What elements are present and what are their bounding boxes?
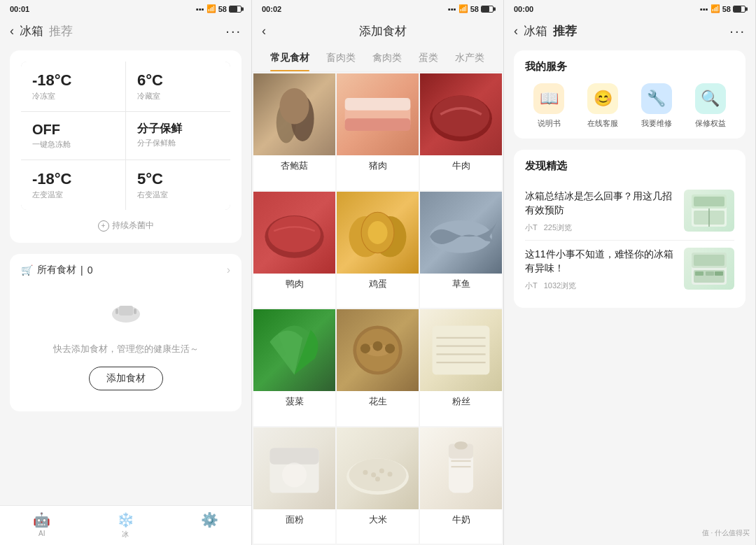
bottom-nav-ice[interactable]: ❄️ 冰 <box>117 511 134 539</box>
svg-point-25 <box>385 344 395 353</box>
food-item-duck[interactable]: 鸭肉 <box>253 192 335 309</box>
svg-point-13 <box>268 216 321 252</box>
food-name-mushroom: 杏鲍菇 <box>281 160 308 172</box>
more-button-3[interactable]: ··· <box>729 23 746 39</box>
article-1-title: 冰箱总结冰是怎么回事？用这几招有效预防 <box>525 190 677 217</box>
manual-icon: 📖 <box>533 83 564 114</box>
add-food-button[interactable]: 添加食材 <box>89 367 163 390</box>
food-item-beef[interactable]: 牛肉 <box>420 73 502 190</box>
ai-icon: 🤖 <box>33 511 50 528</box>
nav-subtitle-3[interactable]: 推荐 <box>553 23 577 39</box>
ai-label: AI <box>38 530 45 537</box>
svg-point-24 <box>372 341 382 351</box>
customer-label: 在线客服 <box>587 118 618 129</box>
article-2[interactable]: 这11件小事不知道，难怪你的冰箱有异味！ 小T 1032浏览 <box>525 241 734 298</box>
food-empty-state: 快去添加食材，管理您的健康生活～ 添加食材 <box>21 276 230 402</box>
back-button-1[interactable]: ‹ <box>10 24 14 38</box>
fridge-temp-off: OFF <box>32 122 60 138</box>
back-button-2[interactable]: ‹ <box>262 24 266 38</box>
nav-subtitle-1[interactable]: 推荐 <box>49 23 73 39</box>
fridge-cell-freeze[interactable]: -18°C 冷冻室 <box>21 62 125 111</box>
fridge-mol-label: 分子保鲜 <box>137 122 182 136</box>
bottom-nav-settings[interactable]: ⚙️ <box>201 511 218 539</box>
food-item-noodle[interactable]: 粉丝 <box>420 309 502 426</box>
food-img-mushroom <box>253 73 335 155</box>
food-arrow[interactable]: › <box>227 264 230 276</box>
fridge-cell-cold[interactable]: 6°C 冷藏室 <box>126 62 230 111</box>
food-item-rice[interactable]: 大米 <box>337 427 419 544</box>
wifi-icon-1: 📶 <box>206 4 216 13</box>
food-item-milk[interactable]: 牛奶 <box>420 427 502 544</box>
food-name-noodle: 粉丝 <box>452 395 470 408</box>
status-bar-2: 00:02 ▪▪▪ 📶 58 <box>252 0 503 17</box>
article-1[interactable]: 冰箱总结冰是怎么回事？用这几招有效预防 小T 225浏览 <box>525 183 734 241</box>
service-repair[interactable]: 🔧 我要维修 <box>633 83 681 129</box>
food-item-mushroom[interactable]: 杏鲍菇 <box>253 73 335 190</box>
tab-egg[interactable]: 蛋类 <box>410 45 447 71</box>
food-header: 🛒 所有食材 | 0 › <box>21 264 230 276</box>
food-item-pork[interactable]: 猪肉 <box>337 73 419 190</box>
food-separator: | <box>80 264 83 276</box>
warranty-icon: 🔍 <box>695 83 726 114</box>
svg-rect-44 <box>451 465 470 467</box>
fridge-cell-right[interactable]: 5°C 右变温室 <box>126 160 230 210</box>
svg-rect-3 <box>134 309 136 314</box>
food-name-beef: 牛肉 <box>452 160 470 172</box>
food-item-fish[interactable]: 草鱼 <box>420 192 502 309</box>
svg-rect-26 <box>433 325 490 374</box>
food-name-spinach: 菠菜 <box>286 395 304 408</box>
food-img-fish <box>420 192 502 274</box>
food-name-egg: 鸡蛋 <box>369 278 387 290</box>
food-grid: 杏鲍菇 猪肉 牛肉 <box>252 72 503 545</box>
nav-bar-3: ‹ 冰箱 推荐 ··· <box>504 17 755 45</box>
food-name-fish: 草鱼 <box>452 278 470 290</box>
svg-rect-8 <box>345 98 411 111</box>
fridge-cell-off[interactable]: OFF 一键急冻舱 <box>21 112 125 160</box>
repair-label: 我要维修 <box>641 118 672 129</box>
svg-point-40 <box>375 476 380 481</box>
food-item-egg[interactable]: 鸡蛋 <box>337 192 419 309</box>
food-item-spinach[interactable]: 菠菜 <box>253 309 335 426</box>
fridge-zone-freeze: 冷冻室 <box>32 91 55 101</box>
tab-poultry[interactable]: 禽肉类 <box>364 45 410 71</box>
back-button-3[interactable]: ‹ <box>514 24 518 38</box>
fridge-grid: -18°C 冷冻室 6°C 冷藏室 OFF 一键急冻舱 分子保鲜 分子保鲜舱 -… <box>21 62 230 210</box>
fridge-zone-left: 左变温室 <box>32 190 63 200</box>
fridge-temp-right: 5°C <box>137 170 163 188</box>
status-right-3: ▪▪▪ 📶 58 <box>700 4 746 13</box>
status-right-2: ▪▪▪ 📶 58 <box>448 4 493 13</box>
bottom-nav-ai[interactable]: 🤖 AI <box>33 511 50 539</box>
warranty-label: 保修权益 <box>695 118 726 129</box>
tab-common[interactable]: 常见食材 <box>262 45 318 71</box>
food-title: 🛒 所有食材 | 0 <box>21 264 92 276</box>
food-img-pork <box>337 73 419 155</box>
sterilize-status: + 持续杀菌中 <box>21 220 230 232</box>
svg-rect-32 <box>270 448 318 464</box>
service-manual[interactable]: 📖 说明书 <box>525 83 573 129</box>
status-bar-3: 00:00 ▪▪▪ 📶 58 <box>504 0 755 17</box>
service-warranty[interactable]: 🔍 保修权益 <box>686 83 734 129</box>
article-2-img <box>684 248 734 290</box>
tab-seafood[interactable]: 水产类 <box>447 45 493 71</box>
svg-rect-57 <box>715 271 723 276</box>
food-item-peanut[interactable]: 花生 <box>337 309 419 426</box>
food-img-peanut <box>337 309 419 391</box>
tab-livestock[interactable]: 畜肉类 <box>318 45 364 71</box>
battery-icon-1 <box>229 6 241 13</box>
food-item-flour[interactable]: 面粉 <box>253 427 335 544</box>
svg-point-11 <box>433 96 490 137</box>
fridge-cell-left[interactable]: -18°C 左变温室 <box>21 160 125 210</box>
discover-title: 发现精选 <box>525 160 734 173</box>
services-section: 我的服务 📖 说明书 😊 在线客服 🔧 我要维修 🔍 保修权益 <box>514 50 746 139</box>
sterilize-text: 持续杀菌中 <box>112 220 154 232</box>
service-customer[interactable]: 😊 在线客服 <box>579 83 627 129</box>
battery-text-3: 58 <box>722 5 731 13</box>
tab-bar: 常见食材 畜肉类 禽肉类 蛋类 水产类 <box>252 45 503 72</box>
food-name-milk: 牛奶 <box>452 514 470 526</box>
nav-title-3: 冰箱 <box>524 23 547 39</box>
fridge-cell-mol[interactable]: 分子保鲜 分子保鲜舱 <box>126 112 230 160</box>
fridge-temp-freeze: -18°C <box>32 71 71 90</box>
food-section: 🛒 所有食材 | 0 › 快去添加食材，管理您的健康生活～ 添加食材 <box>10 254 241 411</box>
food-img-egg <box>337 192 419 274</box>
more-button-1[interactable]: ··· <box>225 23 241 39</box>
